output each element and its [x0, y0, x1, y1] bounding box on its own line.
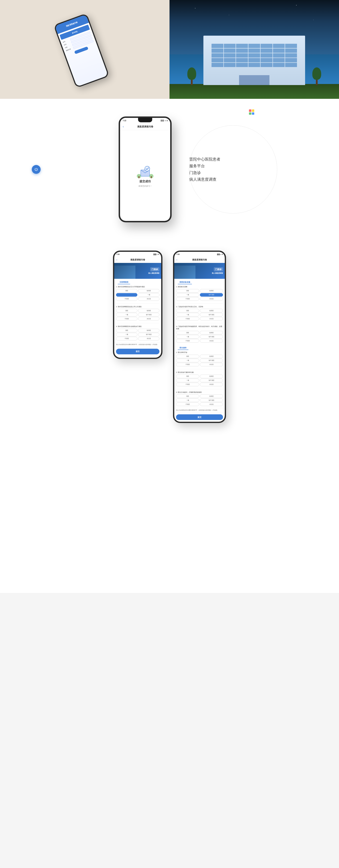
top-banner: 满意度调查问卷 基本信息 姓名 性别: [0, 0, 339, 99]
right-emergency-tag: 门急诊: [214, 267, 223, 271]
left-back-icon[interactable]: ‹: [116, 258, 117, 261]
right-submit-area: 提交: [174, 412, 225, 422]
right-q3-unsatisfied[interactable]: 不满意: [176, 339, 199, 342]
right-q1-na[interactable]: 未涉及: [200, 297, 223, 301]
right-q6-text: 3. 医生主动提问，仔细听我讲述病情: [176, 391, 223, 394]
left-q3-general[interactable]: 一般: [116, 333, 137, 336]
right-q6-block: 3. 医生主动提问，仔细听我讲述病情 满意 较满意 一般 较不满意 不满意 未涉…: [174, 390, 225, 408]
right-q1-less-satisfied[interactable]: 较不满意: [200, 293, 223, 297]
left-q2-less-satisfied[interactable]: 较不满意: [138, 313, 160, 316]
back-arrow-icon[interactable]: ‹: [123, 125, 124, 128]
left-q1-block: 1. 我对互联网医院交互大厅界面操作满意 满意 较满意 较不满意 一般 不满意 …: [114, 284, 161, 303]
left-q2-satisfied[interactable]: 满意: [116, 309, 137, 312]
phone-survey-right-screen: 7:22 ▐▐▐ ▲ ▮ ‹ 满意度调查问卷 门急诊 病人满意度调查: [174, 252, 225, 422]
left-section1-title: 互联网医院: [118, 280, 130, 284]
right-q4-block: 1. 医生准时开诊 满意 较满意 一般 较不满意 不满意 未涉及: [174, 350, 225, 368]
left-q1-na[interactable]: 未涉及: [138, 297, 160, 301]
left-q3-more-satisfied[interactable]: 较满意: [138, 329, 160, 332]
right-q6-satisfied[interactable]: 满意: [176, 394, 199, 398]
right-q1-block: 1. 医院标识清晰 满意 较满意 一般 较不满意 不满意 未涉及: [174, 284, 225, 303]
right-q1-unsatisfied[interactable]: 不满意: [176, 297, 199, 301]
right-q1-satisfied[interactable]: 满意: [176, 289, 199, 292]
left-q3-less-satisfied[interactable]: 较不满意: [138, 333, 160, 336]
right-q4-na[interactable]: 未涉及: [200, 363, 223, 366]
right-q2-unsatisfied[interactable]: 不满意: [176, 317, 199, 320]
right-survey-banner: 门急诊 病人满意度调查: [174, 263, 225, 279]
phone-header-title: 满意度调查问卷: [137, 125, 153, 128]
right-q2-text: 2. 门急诊区域洗手间清洁卫生，无异味: [176, 306, 223, 308]
right-phone-time: 7:22: [176, 253, 179, 255]
left-q1-general[interactable]: 较不满意: [116, 293, 137, 297]
right-q2-satisfied[interactable]: 满意: [176, 309, 199, 312]
left-q1-less-satisfied[interactable]: 一般: [138, 293, 160, 297]
success-envelope-icon: [136, 164, 154, 180]
left-q2-text: 2. 我对互联网医院信息公开公示满意: [116, 306, 160, 308]
left-q2-unsatisfied[interactable]: 不满意: [116, 317, 137, 320]
signal-icon: ▐▐▐: [160, 120, 164, 121]
left-q2-block: 2. 我对互联网医院信息公开公示满意 满意 较满意 一般 较不满意 不满意 未涉…: [114, 304, 161, 322]
right-q5-general[interactable]: 一般: [176, 379, 199, 382]
middle-section: 7:22 ▐▐▐ ▲ ▮ ‹ 满意度调查问卷: [0, 99, 339, 240]
right-submit-btn[interactable]: 提交: [176, 414, 223, 420]
battery-icon: ▮: [167, 120, 168, 121]
right-q5-text: 2. 医生的诊疗服务有礼貌: [176, 371, 223, 374]
right-q3-satisfied[interactable]: 满意: [176, 331, 199, 334]
phone-large-mockup: 7:22 ▐▐▐ ▲ ▮ ‹ 满意度调查问卷: [119, 117, 172, 222]
left-q1-unsatisfied[interactable]: 不满意: [116, 297, 137, 301]
right-q5-less-satisfied[interactable]: 较不满意: [200, 379, 223, 382]
left-signal-icon: ▐▐▐: [153, 254, 156, 255]
right-wifi-icon: ▲: [220, 254, 221, 255]
right-q3-na[interactable]: 未涉及: [200, 339, 223, 342]
right-q6-na[interactable]: 未涉及: [200, 403, 223, 406]
right-section2-title: 医生服务: [178, 345, 189, 350]
right-q6-more-satisfied[interactable]: 较满意: [200, 394, 223, 398]
app-service-platform: 服务平台: [189, 163, 220, 169]
svg-rect-1: [138, 176, 140, 178]
banner-right-panel: [169, 0, 339, 99]
right-q2-more-satisfied[interactable]: 较满意: [200, 309, 223, 312]
right-open-question: 您认为在医院还存在哪些薄弱环节，欢迎您提出批评建议（开放题）: [174, 408, 225, 412]
right-q5-unsatisfied[interactable]: 不满意: [176, 383, 199, 386]
right-q3-general[interactable]: 一般: [176, 335, 199, 338]
right-q4-unsatisfied[interactable]: 不满意: [176, 363, 199, 366]
right-q1-general[interactable]: 一般: [176, 293, 199, 297]
left-q2-more-satisfied[interactable]: 较满意: [138, 309, 160, 312]
left-submit-btn[interactable]: 提交: [116, 349, 160, 354]
left-q2-general[interactable]: 一般: [116, 313, 137, 316]
right-q4-satisfied[interactable]: 满意: [176, 355, 199, 358]
right-back-icon[interactable]: ‹: [176, 258, 177, 261]
left-q3-na[interactable]: 未涉及: [138, 337, 160, 340]
right-q2-general[interactable]: 一般: [176, 313, 199, 316]
left-q3-text: 3. 我对互联网医院专业就医诊疗满意: [116, 326, 160, 328]
power-icon[interactable]: [32, 165, 40, 174]
right-q4-general[interactable]: 一般: [176, 359, 199, 362]
right-q2-less-satisfied[interactable]: 较不满意: [200, 313, 223, 316]
right-q3-less-satisfied[interactable]: 较不满意: [200, 335, 223, 338]
left-survey-banner: 门急诊 病人满意度调查: [114, 263, 161, 279]
left-q2-na[interactable]: 未涉及: [138, 317, 160, 320]
right-q5-na[interactable]: 未涉及: [200, 383, 223, 386]
right-q3-more-satisfied[interactable]: 较满意: [200, 331, 223, 334]
app-hospital-name: 晋陀中心医院患者: [189, 157, 220, 162]
app-survey-name: 病人满意度调查: [189, 177, 220, 182]
right-q5-more-satisfied[interactable]: 较满意: [200, 375, 223, 378]
right-q5-satisfied[interactable]: 满意: [176, 375, 199, 378]
right-q6-general[interactable]: 一般: [176, 398, 199, 402]
right-q2-na[interactable]: 未涉及: [200, 317, 223, 320]
right-q3-block: 3. 门急诊区域洗手间地面防滑，有安全提示标示，有方便使，设置扶椅 满意 较满意…: [174, 324, 225, 344]
left-q1-text: 1. 我对互联网医院交互大厅界面操作满意: [116, 286, 160, 288]
right-q6-unsatisfied[interactable]: 不满意: [176, 403, 199, 406]
left-q3-block: 3. 我对互联网医院专业就医诊疗满意 满意 较满意 一般 较不满意 不满意 未涉…: [114, 324, 161, 342]
left-q3-unsatisfied[interactable]: 不满意: [116, 337, 137, 340]
left-battery-icon: ▮: [159, 254, 159, 255]
color-squares-icon: [249, 110, 254, 115]
submit-success-subtitle: 谢谢您的参与！: [138, 185, 152, 187]
right-q6-less-satisfied[interactable]: 较不满意: [200, 398, 223, 402]
right-q5-block: 2. 医生的诊疗服务有礼貌 满意 较满意 一般 较不满意 不满意 未涉及: [174, 370, 225, 388]
left-q1-satisfied[interactable]: 满意: [116, 289, 137, 292]
left-q1-more-satisfied[interactable]: 较满意: [138, 289, 160, 292]
right-q1-more-satisfied[interactable]: 较满意: [200, 289, 223, 292]
right-q4-less-satisfied[interactable]: 较不满意: [200, 359, 223, 362]
left-q3-satisfied[interactable]: 满意: [116, 329, 137, 332]
right-q4-more-satisfied[interactable]: 较满意: [200, 355, 223, 358]
